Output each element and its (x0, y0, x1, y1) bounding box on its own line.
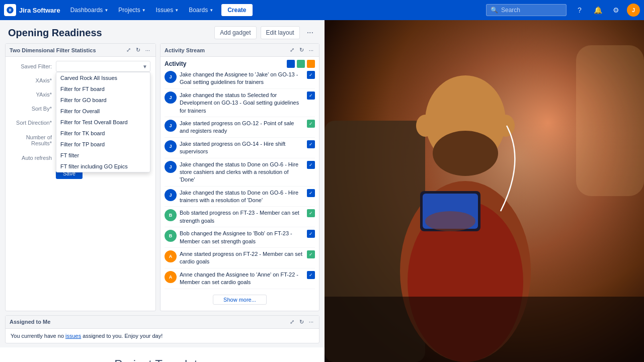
right-panel (325, 20, 644, 362)
search-box[interactable]: 🔍 (486, 4, 567, 16)
gadget-header-actions: ⤢ ↻ ··· (125, 46, 151, 54)
activity-text: Bob started progress on FT-23 - Member c… (180, 209, 304, 225)
activity-check: ✓ (307, 120, 315, 128)
svg-rect-13 (325, 297, 644, 362)
activity-text: Bob changed the Assignee to 'Bob' on FT-… (180, 230, 304, 245)
activity-item: JJake changed the status to Done on GO-6… (165, 189, 315, 207)
sortby-label: Sort By* (11, 106, 56, 112)
activity-text: Anne started progress on FT-22 - Member … (180, 250, 304, 266)
activity-check: ✓ (307, 189, 315, 197)
activity-avatar: B (165, 230, 177, 242)
templates-section: Project Templates Board Project (0, 347, 325, 362)
activity-text: Jake changed the status to Done on GO-6 … (180, 189, 304, 205)
filter-form: Saved Filter: ▼ Carved Rock All IssuesFi… (6, 57, 155, 183)
dropdown-item[interactable]: Filter for GO board (56, 95, 150, 106)
filter-gadget: Two Dimensional Filter Statistics ⤢ ↻ ··… (5, 43, 156, 311)
photo-svg (325, 20, 644, 362)
activity-avatar: J (165, 140, 177, 152)
gadgets-row: Two Dimensional Filter Statistics ⤢ ↻ ··… (0, 43, 325, 311)
dropdown-item[interactable]: FT filter including GO Epics (56, 161, 150, 172)
dropdown-item[interactable]: Filter for Test Overall Board (56, 117, 150, 128)
assigned-refresh-button[interactable]: ↻ (298, 318, 305, 326)
show-more-link[interactable]: Show more... (213, 295, 267, 305)
activity-filter-icon-1[interactable] (287, 60, 295, 68)
issues-link[interactable]: issues (65, 333, 81, 339)
activity-check: ✓ (307, 92, 315, 100)
chevron-down-icon: ▼ (175, 8, 179, 13)
activity-avatar: J (165, 71, 177, 83)
svg-point-7 (416, 115, 434, 137)
nav-dashboards[interactable]: Dashboards ▼ (66, 4, 113, 17)
jira-logo-icon (4, 4, 16, 16)
avatar[interactable]: J (627, 4, 640, 17)
search-input[interactable] (501, 7, 561, 14)
assigned-expand-button[interactable]: ⤢ (288, 318, 296, 326)
activity-refresh-button[interactable]: ↻ (298, 46, 305, 54)
activity-text: Jake changed the status to Done on GO-6 … (180, 161, 304, 184)
activity-check: ✓ (307, 140, 315, 148)
svg-point-8 (497, 115, 515, 137)
activity-avatar: A (165, 271, 177, 283)
assigned-menu-button[interactable]: ··· (307, 318, 315, 326)
nav-issues[interactable]: Issues ▼ (152, 4, 183, 17)
gadget-expand-button[interactable]: ⤢ (125, 46, 132, 54)
dropdown-item[interactable]: Filter for TK board (56, 128, 150, 139)
saved-filter-field[interactable] (56, 61, 150, 72)
activity-item: JJake started progress on GO-14 - Hire s… (165, 140, 315, 158)
chevron-down-icon: ▼ (209, 8, 213, 13)
activity-item: JJake changed the status to Done on GO-6… (165, 161, 315, 187)
add-gadget-button[interactable]: Add gadget (214, 26, 256, 39)
templates-title: Project Templates (15, 357, 309, 362)
activity-filter-icon-2[interactable] (297, 60, 305, 68)
edit-layout-button[interactable]: Edit layout (261, 26, 300, 39)
dropdown-item[interactable]: FT filter (56, 150, 150, 161)
nav-icon-group: ? 🔔 ⚙ J (573, 3, 640, 17)
page-actions: Add gadget Edit layout ··· (214, 26, 316, 39)
chevron-down-icon: ▼ (142, 8, 146, 13)
activity-item: BBob changed the Assignee to 'Bob' on FT… (165, 230, 315, 248)
settings-icon[interactable]: ⚙ (609, 3, 623, 17)
dropdown-item[interactable]: Filter for Overall (56, 106, 150, 117)
notifications-icon[interactable]: 🔔 (591, 3, 605, 17)
nav-projects[interactable]: Projects ▼ (114, 4, 149, 17)
saved-filter-dropdown: Carved Rock All IssuesFilter for FT boar… (56, 72, 150, 172)
sortdir-label: Sort Direction* (11, 120, 56, 126)
activity-avatar: J (165, 189, 177, 201)
assigned-body: You currently have no issues assigned to… (6, 329, 319, 343)
gadget-refresh-button[interactable]: ↻ (134, 46, 142, 54)
help-icon[interactable]: ? (573, 3, 587, 17)
assigned-text-end: assigned to you. Enjoy your day! (81, 333, 163, 339)
left-panel: Opening Readiness Add gadget Edit layout… (0, 20, 325, 362)
activity-filter-icons (287, 60, 315, 68)
logo-text: Jira Software (19, 7, 60, 14)
dropdown-item[interactable]: Carved Rock All Issues (56, 72, 150, 83)
activity-item: BBob started progress on FT-23 - Member … (165, 209, 315, 227)
main-layout: Opening Readiness Add gadget Edit layout… (0, 20, 644, 362)
activity-gadget-title: Activity Stream (165, 47, 205, 53)
saved-filter-row: Saved Filter: ▼ Carved Rock All IssuesFi… (11, 61, 150, 72)
nav-boards[interactable]: Boards ▼ (185, 4, 217, 17)
dropdown-item[interactable]: Filter for TP board (56, 139, 150, 150)
activity-expand-button[interactable]: ⤢ (288, 46, 296, 54)
create-button[interactable]: Create (221, 4, 252, 16)
activity-check: ✓ (307, 71, 315, 79)
chevron-down-icon: ▼ (104, 8, 108, 13)
activity-item: JJake started progress on GO-12 - Point … (165, 120, 315, 138)
assigned-gadget-actions: ⤢ ↻ ··· (288, 318, 315, 326)
activity-check: ✓ (307, 230, 315, 238)
activity-filter-icon-3[interactable] (307, 60, 315, 68)
activity-menu-button[interactable]: ··· (307, 46, 315, 54)
activity-item: AAnne changed the Assignee to 'Anne' on … (165, 271, 315, 289)
gadget-menu-button[interactable]: ··· (144, 46, 151, 54)
filter-gadget-title: Two Dimensional Filter Statistics (10, 47, 96, 53)
more-options-button[interactable]: ··· (304, 27, 316, 39)
filter-gadget-header: Two Dimensional Filter Statistics ⤢ ↻ ··… (6, 44, 155, 57)
jira-logo[interactable]: Jira Software (4, 4, 60, 16)
dropdown-item[interactable]: Filter for FT board (56, 83, 150, 95)
saved-filter-input: ▼ Carved Rock All IssuesFilter for FT bo… (56, 61, 150, 72)
numresults-label: Number of Results* (11, 134, 56, 146)
activity-item: AAnne started progress on FT-22 - Member… (165, 250, 315, 268)
activity-avatar: J (165, 120, 177, 132)
activity-avatar: J (165, 161, 177, 173)
activity-items-container: JJake changed the Assignee to 'Jake' on … (165, 71, 315, 289)
